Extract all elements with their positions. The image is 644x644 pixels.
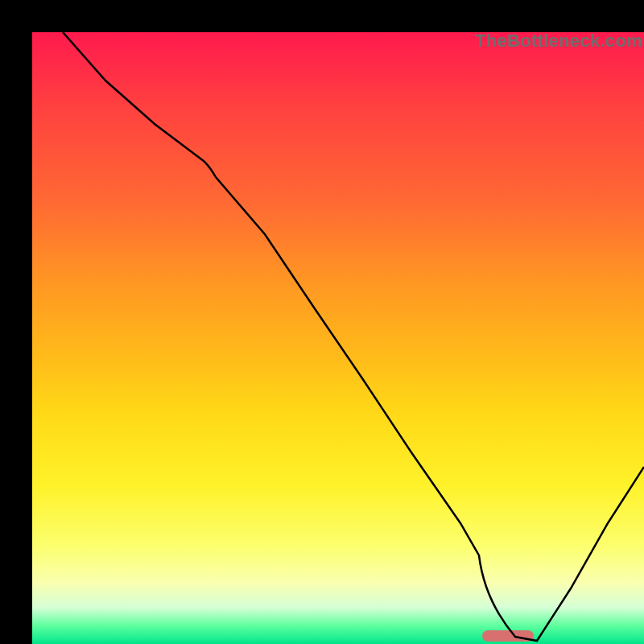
- chart-frame: TheBottleneck.com: [0, 0, 644, 644]
- plot-area: TheBottleneck.com: [32, 32, 644, 644]
- bottleneck-curve: [32, 32, 644, 644]
